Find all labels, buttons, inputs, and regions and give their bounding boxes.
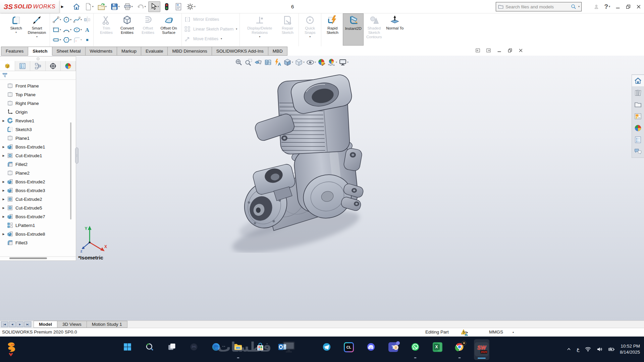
cursor-dropdown-icon[interactable]: ▾: [158, 5, 159, 8]
panel-tab-dimx[interactable]: [46, 61, 61, 71]
line-tool-button[interactable]: ▾: [52, 16, 61, 23]
ellipse-dropdown-icon[interactable]: ▾: [80, 28, 82, 31]
taskbar-icon-taskview[interactable]: [164, 339, 179, 360]
arc-dropdown-icon[interactable]: ▾: [70, 28, 71, 31]
tree-item-plane1[interactable]: Plane1: [0, 134, 76, 142]
open-button[interactable]: ▾: [96, 1, 108, 12]
repair-button[interactable]: Repair Sketch: [277, 13, 298, 46]
tree-item-front-plane[interactable]: Front Plane: [0, 81, 76, 90]
rapid-button[interactable]: Rapid Sketch: [322, 13, 343, 46]
qsnap-button[interactable]: Quick Snaps▾: [300, 13, 320, 46]
print-button[interactable]: ▾: [122, 1, 134, 12]
expand-arrow-icon[interactable]: ▶: [0, 145, 7, 148]
taskbar-icon-teams[interactable]: T3: [385, 339, 401, 360]
task-pane-props-button[interactable]: [632, 134, 644, 145]
gear-dropdown-icon[interactable]: ▾: [194, 5, 196, 8]
units-dropdown-icon[interactable]: ▴: [513, 330, 514, 334]
task-pane-books-button[interactable]: [632, 87, 644, 99]
panel-tab-part[interactable]: [0, 61, 15, 71]
wifi-icon[interactable]: [585, 346, 591, 353]
gear-button[interactable]: ▾: [185, 1, 197, 12]
tree-item-revolve1[interactable]: ▶Revolve1: [0, 116, 76, 125]
print-dropdown-icon[interactable]: ▾: [131, 5, 133, 8]
normalto-button[interactable]: Normal To: [384, 13, 405, 46]
tab-sheet-metal[interactable]: Sheet Metal: [52, 47, 86, 56]
text-tool-button[interactable]: [84, 26, 91, 34]
circle-dropdown-icon[interactable]: ▾: [70, 18, 71, 21]
moveent-dropdown-icon[interactable]: ▾: [221, 38, 222, 40]
tree-horizontal-scrollbar[interactable]: [0, 256, 76, 259]
tree-item-fillet2[interactable]: Fillet2: [0, 160, 76, 169]
tree-item-fillet3[interactable]: Fillet3: [0, 238, 76, 247]
tab-markup[interactable]: Markup: [117, 47, 141, 56]
sfillet-tool-button[interactable]: ▾: [73, 36, 82, 44]
shaded-button[interactable]: Shaded Sketch Contours: [364, 13, 384, 46]
search-dropdown-icon[interactable]: ▾: [578, 5, 580, 8]
expand-arrow-icon[interactable]: ▶: [0, 189, 7, 192]
doc-restore-icon[interactable]: [507, 48, 513, 53]
cursor-button[interactable]: ▾: [148, 1, 160, 12]
panel-splitter-handle[interactable]: [0, 57, 76, 61]
expand-arrow-icon[interactable]: ▶: [0, 154, 7, 157]
smart-dimension-button[interactable]: Smart Dimension ▾: [26, 13, 47, 46]
expand-arrow-icon[interactable]: ▶: [0, 198, 7, 201]
filter-funnel-icon[interactable]: [2, 72, 8, 78]
taskbar-icon-start[interactable]: [120, 339, 135, 360]
tree-item-origin[interactable]: Origin: [0, 108, 76, 116]
task-pane-home-button[interactable]: [632, 75, 644, 87]
line-dropdown-icon[interactable]: ▾: [60, 18, 61, 21]
ddrel-dropdown-icon[interactable]: ▾: [259, 36, 260, 38]
help-dropdown-icon[interactable]: ▾: [609, 5, 610, 8]
tree-vertical-scrollbar[interactable]: [70, 122, 71, 220]
tray-expand-icon[interactable]: [566, 347, 572, 352]
circle-tool-button[interactable]: ▾: [63, 16, 71, 23]
tree-item-boss-extrude3[interactable]: ▶Boss-Extrude3: [0, 186, 76, 195]
tree-item-cut-extrude5[interactable]: ▶Cut-Extrude5: [0, 203, 76, 212]
taskbar-icon-excel[interactable]: X: [430, 339, 445, 360]
close-button[interactable]: [636, 4, 641, 9]
search-input[interactable]: [505, 4, 569, 9]
panel-tab-config[interactable]: [30, 61, 45, 71]
ellipse-tool-button[interactable]: ▾: [73, 26, 82, 34]
expand-arrow-icon[interactable]: ▶: [0, 215, 7, 218]
panel-tab-props[interactable]: [15, 61, 30, 71]
mirrorent-button[interactable]: Mirror Entities: [184, 16, 237, 23]
open-dropdown-icon[interactable]: ▾: [105, 5, 107, 8]
taskbar-icon-edge[interactable]: [208, 339, 224, 360]
next-window-icon[interactable]: [486, 48, 491, 53]
taskbar-icon-telegram[interactable]: [319, 339, 334, 360]
moveent-button[interactable]: Move Entities▾: [184, 36, 237, 42]
spline-dropdown-icon[interactable]: ▾: [80, 18, 82, 21]
save-button[interactable]: ▾: [109, 1, 121, 12]
clock[interactable]: 10:52 PM 8/14/2025: [620, 343, 640, 355]
trim-button[interactable]: Trim Entities: [96, 13, 117, 46]
doc-close-icon[interactable]: [518, 48, 523, 53]
tree-item-top-plane[interactable]: Top Plane: [0, 90, 76, 99]
scene-dropdown-icon[interactable]: ▾: [336, 61, 337, 64]
tab-mbd[interactable]: MBD: [268, 47, 287, 56]
minimize-button[interactable]: [615, 4, 621, 9]
login-button[interactable]: [594, 4, 599, 9]
units-selector[interactable]: MMGS: [489, 329, 503, 335]
previous-window-icon[interactable]: [475, 48, 480, 53]
spline-tool-button[interactable]: ▾: [73, 16, 82, 23]
offset-button[interactable]: Offset Entities: [138, 13, 158, 46]
performance-warning-icon[interactable]: [460, 328, 468, 337]
tab-sketch[interactable]: Sketch: [28, 47, 52, 56]
search-icon[interactable]: [571, 4, 577, 10]
taskbar-icon-outlook[interactable]: [275, 339, 290, 360]
tab-evaluate[interactable]: Evaluate: [141, 47, 168, 56]
mirrorplane-tool-button[interactable]: [84, 16, 91, 23]
bottom-tab-3d-views[interactable]: 3D Views: [57, 321, 87, 328]
cube-dropdown-icon[interactable]: ▾: [292, 61, 293, 64]
sketch-button[interactable]: Sketch ▾: [6, 13, 26, 46]
expand-arrow-icon[interactable]: ▶: [0, 119, 7, 122]
prev-tab-button[interactable]: ◀: [9, 321, 16, 327]
undo-button[interactable]: ▾: [135, 1, 147, 12]
doc-minimize-icon[interactable]: [497, 48, 502, 53]
point-tool-button[interactable]: [84, 36, 91, 44]
tab-solidworks-add-ins[interactable]: SOLIDWORKS Add-Ins: [212, 47, 268, 56]
convert-button[interactable]: Convert Entities: [117, 13, 138, 46]
slot-dropdown-icon[interactable]: ▾: [60, 39, 61, 41]
graphics-viewport[interactable]: ▾▾▾▾▾: [0, 56, 644, 320]
